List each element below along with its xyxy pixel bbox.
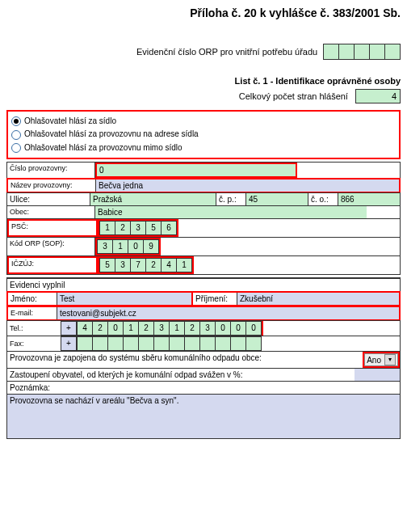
prijmeni-field[interactable]: Zkušební [237,293,399,305]
tel-field[interactable]: 420123123000 [77,321,263,336]
zapojena-label: Provozovna je zapojena do systému sběru … [7,352,363,368]
psc-label: PSČ: [7,219,98,237]
nazev-prov-label: Název provozovny: [8,179,96,192]
radio-provozovna-mimo[interactable]: Ohlašovatel hlásí za provozovnu mimo síd… [11,141,396,154]
cp-label: č. p.: [216,193,246,205]
obec-field[interactable]: Babice [95,206,367,218]
fax-field[interactable] [77,336,262,351]
zastoupeni-label: Zastoupení obyvatel, od kterých je komun… [7,369,355,381]
kod-orp-label: Kód ORP (SOP): [7,238,95,255]
cp-field[interactable]: 45 [246,193,308,205]
poznamka-field[interactable]: Provozovna se nachází v areálu "Bečva a … [6,395,401,439]
ulice-field[interactable]: Pražská [90,193,216,205]
orp-label: Evidenční číslo ORP pro vnitřní potřebu … [136,47,317,57]
ulice-label: Ulice: [7,193,90,205]
radio-group: Ohlašovatel hlásí za sídlo Ohlašovatel h… [6,110,401,159]
radio-provozovna-sidlo[interactable]: Ohlašovatel hlásí za provozovnu na adres… [11,128,396,141]
list-title: List č. 1 - Identifikace oprávněné osoby [6,76,401,86]
email-label: E-mail: [8,307,57,319]
prijmeni-label: Příjmení: [193,293,237,305]
tel-label: Tel.: [7,323,61,334]
psc-field[interactable]: 12356 [98,219,178,237]
poznamka-label: Poznámka: [7,382,52,394]
iczuj-field[interactable]: 537241 [98,256,194,274]
tel-plus: + [61,321,77,336]
chevron-down-icon: ▾ [384,354,396,365]
evidenci-title: Evidenci vyplnil [6,277,401,292]
kod-orp-field[interactable]: 3109 [95,238,161,255]
zapojena-select[interactable]: Ano▾ [363,352,400,368]
cislo-prov-label: Číslo provozovny: [7,163,95,178]
email-field[interactable]: testovani@subjekt.cz [57,307,399,319]
page-title: Příloha č. 20 k vyhlášce č. 383/2001 Sb. [6,6,401,19]
zastoupeni-field[interactable] [355,369,400,381]
iczuj-label: IČZÚJ: [7,256,98,274]
jmeno-field[interactable]: Test [57,293,193,305]
cislo-prov-field[interactable]: 0 [95,163,297,178]
orp-boxes[interactable] [323,44,401,60]
fax-plus: + [61,336,77,351]
co-label: č. o.: [308,193,338,205]
fax-label: Fax: [7,338,61,349]
radio-sidlo[interactable]: Ohlašovatel hlásí za sídlo [11,115,396,128]
total-label: Celkový počet stran hlášení [239,91,348,101]
jmeno-label: Jméno: [8,293,57,305]
co-field[interactable]: 866 [338,193,400,205]
obec-label: Obec: [7,206,95,218]
total-value: 4 [355,89,401,103]
nazev-prov-field[interactable]: Bečva jedna [96,179,399,192]
